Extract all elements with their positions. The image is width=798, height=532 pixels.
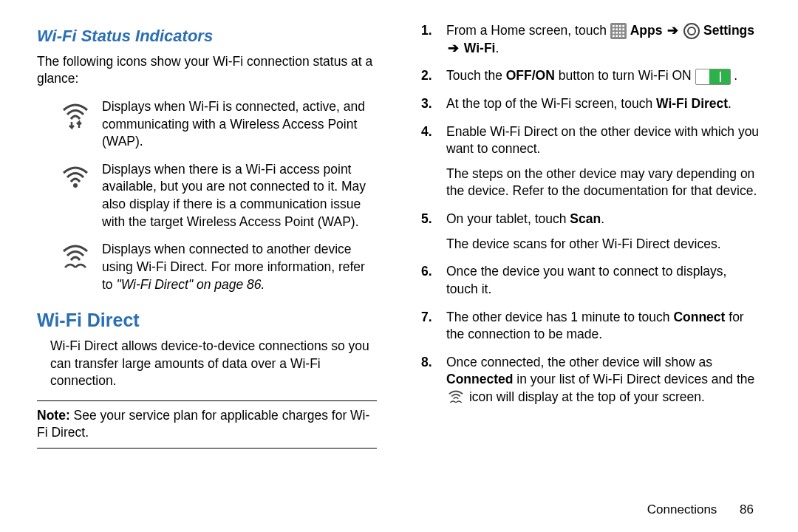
step-3: At the top of the Wi-Fi screen, touch Wi… (421, 95, 761, 113)
indicator-available-text: Displays when there is a Wi-Fi access po… (102, 161, 377, 231)
steps-list: From a Home screen, touch Apps ➔ Setting… (421, 22, 761, 406)
indicator-connected: Displays when Wi-Fi is connected, active… (59, 98, 377, 151)
note-label: Note: (37, 408, 70, 423)
wifi-status-intro: The following icons show your Wi-Fi conn… (37, 53, 377, 88)
step-1: From a Home screen, touch Apps ➔ Setting… (421, 22, 761, 57)
step-8: Once connected, the other device will sh… (421, 354, 761, 406)
left-column: Wi-Fi Status Indicators The following ic… (37, 22, 377, 517)
step-6: Once the device you want to connect to d… (421, 263, 761, 298)
arrow-icon: ➔ (666, 23, 680, 38)
note-text: See your service plan for applicable cha… (37, 408, 369, 440)
settings-icon (683, 23, 700, 39)
wifi-connected-icon (59, 98, 92, 151)
indicator-direct: Displays when connected to another devic… (59, 241, 377, 293)
indicator-connected-text: Displays when Wi-Fi is connected, active… (102, 98, 377, 151)
wifi-status-heading: Wi-Fi Status Indicators (37, 25, 377, 47)
step-4: Enable Wi-Fi Direct on the other device … (421, 123, 761, 201)
svg-point-0 (73, 183, 78, 188)
wifi-available-icon (59, 161, 92, 231)
step-2: Touch the OFF/ON button to turn Wi-Fi ON… (421, 67, 761, 85)
indicator-direct-text: Displays when connected to another devic… (102, 241, 377, 293)
arrow-icon: ➔ (446, 41, 460, 55)
wifi-direct-heading: Wi-Fi Direct (37, 308, 377, 333)
toggle-on-icon (695, 69, 731, 85)
note-block: Note: See your service plan for applicab… (37, 400, 377, 449)
step-5: On your tablet, touch Scan. The device s… (421, 211, 761, 253)
page-footer: Connections 86 (647, 502, 754, 517)
wifi-direct-small-icon (446, 390, 466, 405)
step-7: The other device has 1 minute to touch C… (421, 309, 761, 344)
apps-icon (610, 23, 627, 39)
footer-section: Connections (647, 502, 717, 516)
wifi-direct-icon (59, 241, 92, 293)
indicator-available: Displays when there is a Wi-Fi access po… (59, 161, 377, 231)
footer-page: 86 (740, 502, 754, 516)
right-column: From a Home screen, touch Apps ➔ Setting… (421, 22, 761, 517)
wifi-direct-intro: Wi-Fi Direct allows device-to-device con… (37, 338, 377, 390)
